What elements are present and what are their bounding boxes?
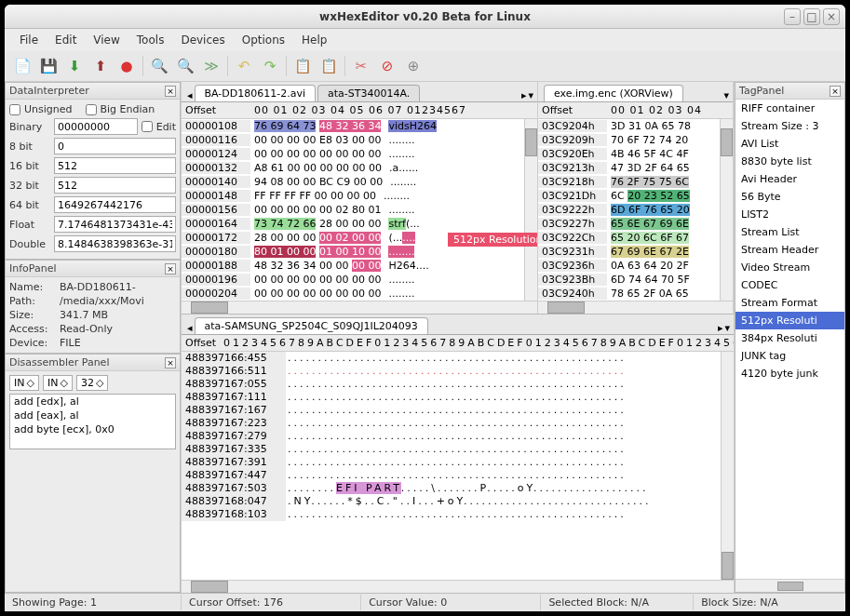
tab-nav-left[interactable]: ◂ (187, 322, 193, 334)
tag-item[interactable]: Stream Format (735, 294, 844, 312)
hex-row[interactable]: 0000020400 00 00 00 00 00 00 00........ (182, 287, 524, 301)
tag-item[interactable]: 384px Resoluti (735, 329, 844, 347)
import-icon[interactable]: ⬇ (62, 54, 87, 78)
tab-xorview[interactable]: exe.img.enc (XORView) (544, 85, 683, 101)
tab-menu-icon[interactable]: ▾ (528, 89, 533, 101)
tag-item[interactable]: CODEC (735, 276, 844, 294)
text-row[interactable]: 488397168:047.NY......*$..C."..I...+oY..… (182, 495, 721, 508)
hex-row[interactable]: 03C923Bh6D 74 64 70 5F (538, 273, 720, 287)
disasm-combo-3[interactable]: 32 ◇ (76, 375, 108, 391)
scrollbar-horizontal[interactable] (182, 301, 537, 314)
hex-row[interactable]: 0000018080 01 00 00 01 00 10 00........ (182, 245, 524, 259)
record-icon[interactable]: ● (115, 54, 139, 78)
text-row[interactable]: 488397168:103...........................… (182, 508, 721, 521)
hex-row[interactable]: 03C921Dh6C 20 23 52 65 (538, 189, 720, 203)
text-grid[interactable]: 488397166:455...........................… (182, 352, 721, 580)
tag-item[interactable]: RIFF container (735, 100, 844, 117)
hex-row[interactable]: 0000016473 74 72 66 28 00 00 00strf(... (182, 217, 524, 231)
tab-menu-icon[interactable]: ▾ (723, 89, 729, 101)
text-row[interactable]: 488397167:055...........................… (182, 378, 721, 391)
hex-row[interactable]: 03C9213h47 3D 2F 64 65 (538, 161, 720, 175)
hex-row[interactable]: 03C9204h3D 31 0A 65 78 (538, 119, 720, 133)
tab-file-2[interactable]: ata-ST340014A. (317, 85, 420, 101)
menu-tools[interactable]: Tools (129, 32, 172, 48)
menu-help[interactable]: Help (294, 32, 334, 48)
hex-row[interactable]: 0000014094 08 00 00 BC C9 00 00........ (182, 175, 524, 189)
hex-row[interactable]: 03C9240h78 65 2F 0A 65 (538, 287, 720, 301)
di-input[interactable] (54, 157, 176, 174)
scrollbar-horizontal[interactable] (735, 579, 844, 592)
export-icon[interactable]: ⬆ (88, 54, 113, 78)
hex-row[interactable]: 00000148FF FF FF FF 00 00 00 00........ (182, 189, 524, 203)
hex-row[interactable]: 0000018848 32 36 34 00 00 00 00H264.... (182, 259, 524, 273)
text-row[interactable]: 488397166:455...........................… (182, 352, 721, 365)
close-icon[interactable]: × (165, 263, 176, 275)
text-row[interactable]: 488397167:223...........................… (182, 417, 721, 430)
delete-icon[interactable]: ⊘ (375, 54, 399, 78)
scrollbar-vertical[interactable] (524, 119, 537, 301)
hex-row[interactable]: 03C922Ch65 20 6C 6F 67 (538, 231, 720, 245)
maximize-button[interactable]: □ (803, 8, 820, 25)
di-input[interactable] (54, 177, 176, 194)
text-row[interactable]: 488397167:335...........................… (182, 443, 721, 456)
hex-row[interactable]: 0000019600 00 00 00 00 00 00 00........ (182, 273, 524, 287)
bigendian-checkbox[interactable] (86, 104, 97, 115)
tab-nav-left[interactable]: ◂ (187, 89, 193, 101)
hex-row[interactable]: 0000011600 00 00 00 E8 03 00 00........ (182, 133, 524, 147)
tag-item[interactable]: 56 Byte (735, 188, 844, 206)
copy-icon[interactable]: 📋 (290, 54, 315, 78)
hex-row[interactable]: 03C9218h76 2F 75 75 6C (538, 175, 720, 189)
scrollbar-horizontal[interactable] (182, 580, 734, 593)
tag-item[interactable]: 512px Resoluti (735, 312, 844, 329)
scrollbar-vertical[interactable] (720, 119, 733, 301)
close-icon[interactable]: × (165, 357, 176, 368)
minimize-button[interactable]: – (784, 8, 801, 25)
tag-item[interactable]: 4120 byte junk (735, 365, 844, 382)
di-input[interactable] (54, 235, 176, 252)
tag-item[interactable]: 8830 byte list (735, 153, 844, 170)
menu-edit[interactable]: Edit (47, 32, 84, 48)
search-replace-icon[interactable]: 🔍 (173, 54, 197, 78)
unsigned-checkbox[interactable] (9, 104, 20, 115)
tag-item[interactable]: JUNK tag (735, 347, 844, 365)
menu-view[interactable]: View (86, 32, 127, 48)
undo-icon[interactable]: ↶ (232, 54, 256, 78)
tag-item[interactable]: Stream Size : 3 (735, 117, 844, 135)
paste-icon[interactable]: 📋 (317, 54, 341, 78)
hex-row[interactable]: 0000015600 00 00 00 00 02 80 01........ (182, 203, 524, 217)
scrollbar-horizontal[interactable] (538, 301, 733, 314)
close-icon[interactable]: × (830, 86, 841, 97)
hex-row[interactable]: 03C9227h65 6E 67 69 6E (538, 217, 720, 231)
insert-icon[interactable]: ⊕ (401, 54, 425, 78)
binary-input[interactable] (54, 118, 138, 135)
tag-item[interactable]: AVI List (735, 135, 844, 153)
menu-file[interactable]: File (12, 32, 46, 48)
text-row[interactable]: 488397167:391...........................… (182, 456, 721, 469)
save-icon[interactable]: 💾 (36, 54, 61, 78)
text-row[interactable]: 488397167:111...........................… (182, 391, 721, 404)
cut-icon[interactable]: ✂ (349, 54, 373, 78)
hex-row[interactable]: 0000012400 00 00 00 00 00 00 00........ (182, 147, 524, 161)
hex-row[interactable]: 03C9209h70 6F 72 74 20 (538, 133, 720, 147)
hex-row[interactable]: 03C920Eh4B 46 5F 4C 4F (538, 147, 720, 161)
close-window-button[interactable]: × (823, 8, 840, 25)
redo-icon[interactable]: ↷ (258, 54, 282, 78)
hex-row[interactable]: 0000010876 69 64 73 48 32 36 34vidsH264 (182, 119, 524, 133)
tab-file-1[interactable]: BA-DD180611-2.avi (195, 85, 317, 101)
disasm-combo-2[interactable]: IN ◇ (43, 375, 73, 391)
goto-icon[interactable]: ≫ (199, 54, 223, 78)
hex-grid[interactable]: 0000010876 69 64 73 48 32 36 34vidsH2640… (182, 119, 524, 301)
tab-nav-right[interactable]: ▸ (718, 322, 723, 334)
edit-checkbox[interactable] (142, 121, 153, 132)
text-row[interactable]: 488397167:447...........................… (182, 469, 721, 482)
tag-item[interactable]: Avi Header (735, 170, 844, 188)
tag-item[interactable]: LIST2 (735, 206, 844, 223)
hex-row[interactable]: 03C9222h6D 6F 76 65 20 (538, 203, 720, 217)
disasm-combo-1[interactable]: IN ◇ (9, 375, 39, 391)
search-icon[interactable]: 🔍 (147, 54, 171, 78)
di-input[interactable] (54, 138, 176, 154)
hex-row[interactable]: 00000132A8 61 00 00 00 00 00 00.a...... (182, 161, 524, 175)
hex-row[interactable]: 03C9236h0A 63 64 20 2F (538, 259, 720, 273)
close-icon[interactable]: × (165, 86, 176, 97)
hex-row[interactable]: 03C9231h67 69 6E 67 2E (538, 245, 720, 259)
